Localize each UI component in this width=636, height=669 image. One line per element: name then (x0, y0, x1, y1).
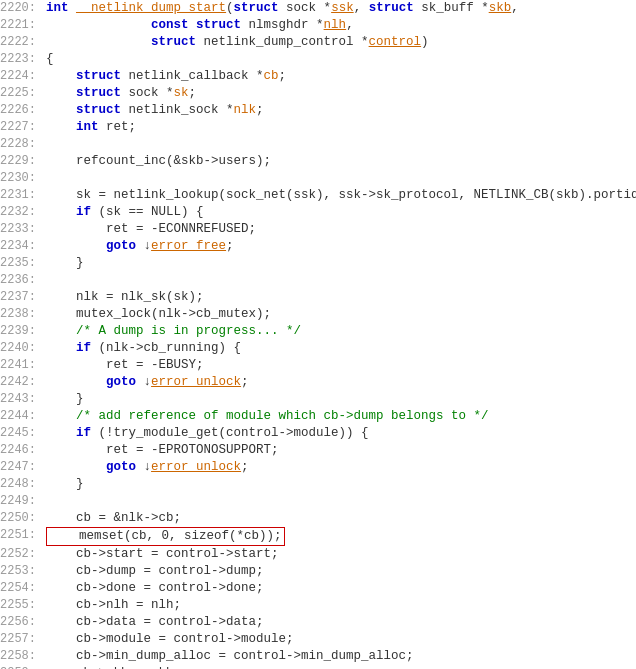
table-row: 2235: } (0, 255, 636, 272)
table-row: 2247: goto ↓error_unlock; (0, 459, 636, 476)
code-token: ; (279, 69, 287, 83)
line-number: 2228: (0, 136, 42, 153)
line-content (42, 493, 636, 510)
line-content: cb->module = control->module; (42, 631, 636, 648)
table-row: 2238: mutex_lock(nlk->cb_mutex); (0, 306, 636, 323)
line-content: cb = &nlk->cb; (42, 510, 636, 527)
line-number: 2237: (0, 289, 42, 306)
table-row: 2224: struct netlink_callback *cb; (0, 68, 636, 85)
line-content: goto ↓error_unlock; (42, 459, 636, 476)
line-content (42, 170, 636, 187)
line-content: } (42, 255, 636, 272)
line-number: 2241: (0, 357, 42, 374)
code-token: } (46, 256, 84, 270)
code-token (46, 103, 76, 117)
code-token: nlh (324, 18, 347, 32)
table-row: 2236: (0, 272, 636, 289)
code-token (189, 18, 197, 32)
code-token: struct (76, 86, 121, 100)
code-token: (nlk->cb_running) { (91, 341, 241, 355)
line-content: cb->data = control->data; (42, 614, 636, 631)
highlighted-code: memset(cb, 0, sizeof(*cb)); (46, 527, 285, 546)
table-row: 2231: sk = netlink_lookup(sock_net(ssk),… (0, 187, 636, 204)
code-token: error_unlock (151, 375, 241, 389)
line-number: 2255: (0, 597, 42, 614)
code-token: ret = -ECONNREFUSED; (46, 222, 256, 236)
line-number: 2259: (0, 665, 42, 669)
line-number: 2242: (0, 374, 42, 391)
line-number: 2232: (0, 204, 42, 221)
code-token: mutex_lock(nlk->cb_mutex); (46, 307, 271, 321)
line-number: 2248: (0, 476, 42, 493)
code-token: cb->data = control->data; (46, 615, 264, 629)
table-row: 2225: struct sock *sk; (0, 85, 636, 102)
line-content: cb->min_dump_alloc = control->min_dump_a… (42, 648, 636, 665)
line-number: 2239: (0, 323, 42, 340)
code-token: sk = netlink_lookup(sock_net(ssk), ssk->… (46, 188, 636, 202)
table-row: 2241: ret = -EBUSY; (0, 357, 636, 374)
code-token: nlk = nlk_sk(sk); (46, 290, 204, 304)
table-row: 2259: cb->skb = skb; (0, 665, 636, 669)
line-number: 2235: (0, 255, 42, 272)
code-token: control (369, 35, 422, 49)
code-token: struct (76, 69, 121, 83)
code-token: if (76, 341, 91, 355)
table-row: 2220:int __netlink_dump_start(struct soc… (0, 0, 636, 17)
line-number: 2252: (0, 546, 42, 563)
code-token (46, 426, 76, 440)
code-token: sk_buff * (414, 1, 489, 15)
line-number: 2240: (0, 340, 42, 357)
code-token: (!try_module_get(control->module)) { (91, 426, 369, 440)
code-token (46, 341, 76, 355)
line-number: 2249: (0, 493, 42, 510)
table-row: 2230: (0, 170, 636, 187)
line-content: struct netlink_callback *cb; (42, 68, 636, 85)
table-row: 2233: ret = -ECONNREFUSED; (0, 221, 636, 238)
line-number: 2254: (0, 580, 42, 597)
code-token: ret = -EPROTONOSUPPORT; (46, 443, 279, 457)
line-number: 2226: (0, 102, 42, 119)
code-token: struct (76, 103, 121, 117)
line-content: sk = netlink_lookup(sock_net(ssk), ssk->… (42, 187, 636, 204)
code-token: netlink_sock * (121, 103, 234, 117)
code-token: nlmsghdr * (241, 18, 324, 32)
code-token: cb->dump = control->dump; (46, 564, 264, 578)
line-content: struct sock *sk; (42, 85, 636, 102)
code-token: sk (174, 86, 189, 100)
line-content: cb->dump = control->dump; (42, 563, 636, 580)
code-token: if (76, 205, 91, 219)
code-token (69, 1, 77, 15)
code-token: cb = &nlk->cb; (46, 511, 181, 525)
table-row: 2257: cb->module = control->module; (0, 631, 636, 648)
code-token: ) (421, 35, 429, 49)
code-token (46, 239, 106, 253)
code-token: error_free (151, 239, 226, 253)
line-number: 2246: (0, 442, 42, 459)
line-content: /* add reference of module which cb->dum… (42, 408, 636, 425)
line-content: struct netlink_sock *nlk; (42, 102, 636, 119)
line-content: cb->skb = skb; (42, 665, 636, 669)
table-row: 2258: cb->min_dump_alloc = control->min_… (0, 648, 636, 665)
line-content: ret = -ECONNREFUSED; (42, 221, 636, 238)
code-token: ↓ (136, 239, 151, 253)
code-token: __netlink_dump_start (76, 1, 226, 15)
line-content: if (nlk->cb_running) { (42, 340, 636, 357)
line-number: 2224: (0, 68, 42, 85)
code-token: , (511, 1, 519, 15)
code-token: /* A dump is in progress... */ (46, 324, 301, 338)
line-number: 2231: (0, 187, 42, 204)
line-number: 2245: (0, 425, 42, 442)
line-content: int __netlink_dump_start(struct sock *ss… (42, 0, 636, 17)
code-token: ( (226, 1, 234, 15)
code-token: cb->done = control->done; (46, 581, 264, 595)
code-token: netlink_callback * (121, 69, 264, 83)
table-row: 2237: nlk = nlk_sk(sk); (0, 289, 636, 306)
line-content: struct netlink_dump_control *control) (42, 34, 636, 51)
code-token: , (354, 1, 369, 15)
code-token: } (46, 392, 84, 406)
line-number: 2247: (0, 459, 42, 476)
code-token: const (151, 18, 189, 32)
line-content: cb->start = control->start; (42, 546, 636, 563)
code-lines: 2220:int __netlink_dump_start(struct soc… (0, 0, 636, 669)
code-token: struct (234, 1, 279, 15)
